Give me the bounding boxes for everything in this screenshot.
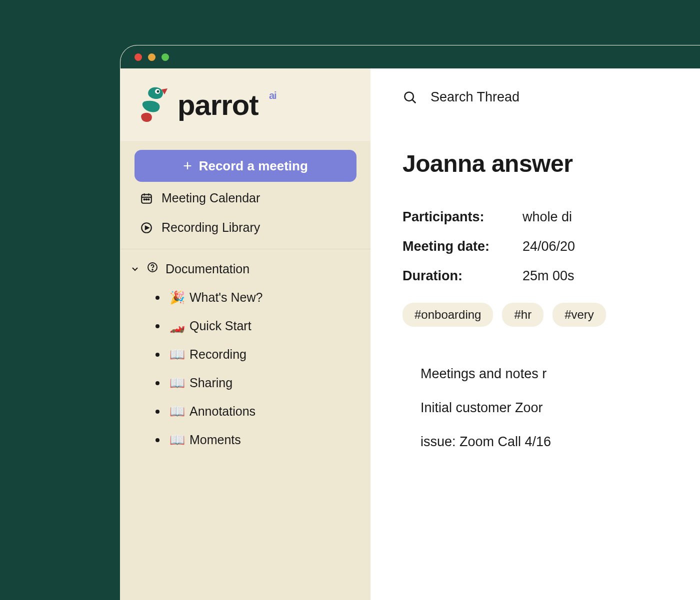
brand-logo: parrot ai	[120, 68, 370, 141]
tag-onboarding[interactable]: #onboarding	[402, 303, 493, 327]
brand-suffix: ai	[269, 90, 276, 101]
main-pane: Search Thread Joanna answer Participants…	[370, 68, 700, 600]
doc-emoji: 🏎️	[170, 319, 184, 333]
doc-emoji: 📖	[170, 376, 184, 390]
parrot-logo-icon	[140, 85, 168, 124]
body-line: Initial customer Zoor	[420, 396, 700, 421]
help-circle-icon	[146, 261, 158, 276]
doc-label: Quick Start	[190, 319, 252, 333]
documentation-section-toggle[interactable]: Documentation	[120, 249, 370, 281]
nav-label: Recording Library	[162, 220, 260, 235]
content-area: parrot ai + Record a meeting	[120, 68, 700, 600]
sidebar: parrot ai + Record a meeting	[120, 68, 370, 600]
svg-point-11	[152, 269, 153, 270]
documentation-list: 🎉 What's New? 🏎️ Quick Start 📖 Recording	[120, 281, 370, 454]
svg-point-7	[146, 199, 147, 200]
play-circle-icon	[140, 221, 154, 235]
doc-emoji: 📖	[170, 404, 184, 419]
svg-point-6	[144, 199, 145, 200]
plus-icon: +	[183, 158, 192, 173]
meta-label: Duration:	[402, 268, 522, 284]
chevron-down-icon	[130, 265, 140, 273]
doc-label: Recording	[190, 347, 246, 362]
doc-label: Sharing	[190, 376, 232, 390]
meta-duration: Duration: 25m 00s	[402, 268, 700, 284]
search-placeholder: Search Thread	[430, 89, 520, 105]
doc-emoji: 📖	[170, 433, 184, 447]
section-title: Documentation	[166, 262, 250, 276]
doc-label: Moments	[190, 433, 241, 447]
search-thread[interactable]: Search Thread	[402, 89, 700, 105]
doc-label: What's New?	[190, 290, 262, 305]
brand-name: parrot ai	[178, 88, 258, 121]
thread-title: Joanna answer	[402, 150, 700, 177]
meta-participants: Participants: whole di	[402, 209, 700, 225]
brand-name-text: parrot	[178, 88, 258, 121]
doc-item-recording[interactable]: 📖 Recording	[156, 340, 370, 369]
doc-item-sharing[interactable]: 📖 Sharing	[156, 369, 370, 397]
bullet-icon	[156, 438, 160, 442]
doc-item-moments[interactable]: 📖 Moments	[156, 426, 370, 454]
meta-label: Participants:	[402, 209, 522, 225]
record-meeting-label: Record a meeting	[199, 158, 308, 174]
window-maximize-icon[interactable]	[162, 53, 169, 61]
doc-emoji: 📖	[170, 347, 184, 362]
search-icon	[402, 90, 418, 105]
record-meeting-button[interactable]: + Record a meeting	[134, 150, 356, 182]
tags-row: #onboarding #hr #very	[402, 303, 700, 327]
nav-recording-library[interactable]: Recording Library	[134, 208, 356, 238]
calendar-icon	[140, 191, 154, 205]
nav-label: Meeting Calendar	[162, 191, 260, 205]
window-minimize-icon[interactable]	[148, 53, 156, 61]
svg-point-12	[404, 92, 414, 101]
bullet-icon	[156, 410, 160, 414]
meta-date: Meeting date: 24/06/20	[402, 239, 700, 254]
tag-very[interactable]: #very	[552, 303, 606, 327]
doc-emoji: 🎉	[170, 290, 184, 305]
body-line: Meetings and notes r	[420, 362, 700, 387]
app-window: parrot ai + Record a meeting	[120, 45, 700, 600]
tag-hr[interactable]: #hr	[502, 303, 544, 327]
bullet-icon	[156, 324, 160, 328]
thread-body: Meetings and notes r Initial customer Zo…	[402, 362, 700, 455]
window-titlebar	[120, 45, 700, 68]
meta-label: Meeting date:	[402, 239, 522, 254]
bullet-icon	[156, 296, 160, 300]
bullet-icon	[156, 381, 160, 385]
svg-line-13	[412, 100, 416, 103]
meta-value: 25m 00s	[522, 268, 574, 284]
svg-point-8	[148, 199, 149, 200]
nav-block: + Record a meeting Meeting Calendar	[120, 141, 370, 249]
bullet-icon	[156, 353, 160, 357]
meta-value: 24/06/20	[522, 239, 575, 254]
meta-value: whole di	[522, 209, 572, 225]
doc-item-whats-new[interactable]: 🎉 What's New?	[156, 283, 370, 312]
svg-point-1	[157, 90, 160, 92]
nav-meeting-calendar[interactable]: Meeting Calendar	[134, 182, 356, 208]
doc-label: Annotations	[190, 404, 256, 419]
window-close-icon[interactable]	[134, 53, 142, 61]
doc-item-quick-start[interactable]: 🏎️ Quick Start	[156, 312, 370, 340]
doc-item-annotations[interactable]: 📖 Annotations	[156, 397, 370, 426]
body-line: issue: Zoom Call 4/16	[420, 430, 700, 455]
